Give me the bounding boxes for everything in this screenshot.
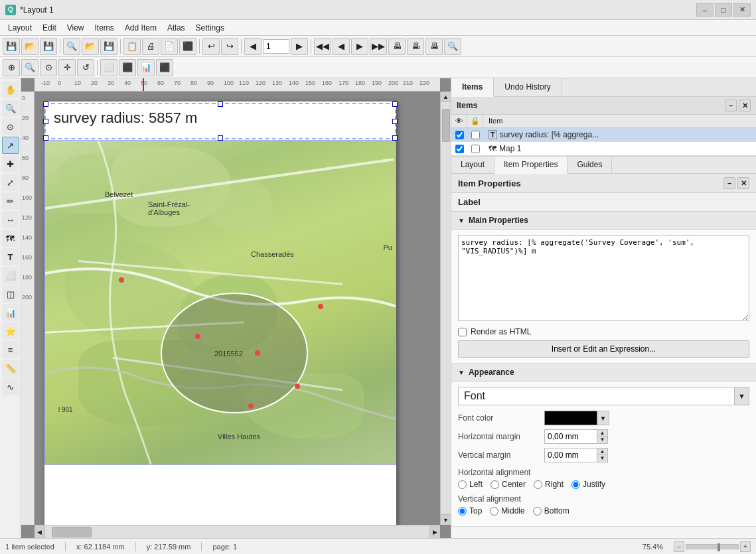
tb-zoom-button[interactable]: 🔍 bbox=[63, 38, 80, 55]
hscroll-left-btn[interactable]: ◀ bbox=[35, 525, 45, 539]
vscroll-up-btn[interactable]: ▲ bbox=[441, 92, 451, 102]
minimize-button[interactable]: – bbox=[696, 3, 714, 17]
tool-node[interactable]: ∿ bbox=[2, 378, 19, 395]
h-align-center[interactable]: Center bbox=[491, 480, 526, 489]
tool-north-arrow[interactable]: ⭐ bbox=[2, 322, 19, 340]
h-margin-down[interactable]: ▼ bbox=[597, 437, 608, 444]
font-dropdown-arrow[interactable]: ▼ bbox=[735, 387, 749, 405]
maximize-button[interactable]: □ bbox=[715, 3, 732, 17]
tb2-zoom-in[interactable]: ⊕ bbox=[3, 59, 20, 76]
h-align-center-radio[interactable] bbox=[491, 480, 499, 489]
sel-handle-bl[interactable] bbox=[43, 135, 48, 141]
tb-print3-button[interactable]: 🖶 bbox=[407, 38, 424, 55]
tool-resize[interactable]: ⤢ bbox=[2, 174, 19, 191]
tool-legend[interactable]: ≡ bbox=[2, 341, 19, 358]
tb-new-button[interactable]: 💾 bbox=[3, 38, 20, 55]
visible-checkbox2[interactable] bbox=[455, 145, 464, 153]
menu-view[interactable]: View bbox=[62, 22, 90, 34]
label-item[interactable]: survey radius: 5857 m bbox=[44, 103, 396, 139]
tb-export-button[interactable]: 📄 bbox=[161, 38, 178, 55]
v-margin-up[interactable]: ▲ bbox=[597, 448, 608, 455]
hscroll-right-btn[interactable]: ▶ bbox=[429, 525, 440, 539]
tb2-chart[interactable]: 📊 bbox=[137, 59, 155, 76]
tb2-select[interactable]: ⬛ bbox=[119, 59, 136, 76]
tab-item-properties[interactable]: Item Properties bbox=[494, 157, 567, 174]
tb-next-button[interactable]: ▶ bbox=[291, 38, 308, 55]
close-button[interactable]: ✕ bbox=[733, 3, 751, 17]
tool-image[interactable]: ◫ bbox=[2, 285, 19, 303]
vscroll-down-btn[interactable]: ▼ bbox=[441, 514, 451, 525]
tb2-refresh[interactable]: ↺ bbox=[77, 59, 94, 76]
vscroll-thumb[interactable] bbox=[442, 109, 450, 142]
tb-nav1-button[interactable]: ◀◀ bbox=[314, 38, 331, 55]
hscroll-thumb[interactable] bbox=[52, 527, 92, 537]
v-align-bottom[interactable]: Bottom bbox=[533, 506, 569, 516]
hscroll-track[interactable] bbox=[45, 525, 429, 538]
v-align-bottom-radio[interactable] bbox=[533, 507, 542, 516]
appearance-header[interactable]: ▼ Appearance bbox=[451, 364, 756, 381]
lock-checkbox[interactable] bbox=[471, 131, 480, 139]
tb-print4-button[interactable]: 🖶 bbox=[425, 38, 443, 55]
font-color-swatch[interactable] bbox=[544, 411, 597, 425]
item-row[interactable]: 🗺 Map 1 bbox=[451, 142, 756, 156]
menu-add-item[interactable]: Add Item bbox=[119, 22, 162, 34]
tb-save-button[interactable]: 💾 bbox=[40, 38, 57, 55]
v-align-top-radio[interactable] bbox=[458, 507, 467, 516]
tool-map[interactable]: 🗺 bbox=[2, 230, 19, 247]
tool-pan[interactable]: ✋ bbox=[2, 81, 19, 98]
insert-expression-button[interactable]: Insert or Edit an Expression... bbox=[458, 340, 749, 358]
canvas-scroll[interactable]: survey radius: 5857 m bbox=[35, 92, 440, 525]
main-properties-header[interactable]: ▼ Main Properties bbox=[451, 212, 756, 230]
menu-edit[interactable]: Edit bbox=[37, 22, 62, 34]
ip-close-btn[interactable]: ✕ bbox=[737, 177, 749, 189]
page-number-input[interactable] bbox=[263, 39, 289, 54]
tool-shape[interactable]: ⬜ bbox=[2, 267, 19, 284]
tb-clipboard-button[interactable]: 📋 bbox=[123, 38, 141, 55]
v-align-middle[interactable]: Middle bbox=[490, 506, 524, 516]
item-label[interactable]: T survey radius: [% aggrega... bbox=[483, 128, 756, 141]
v-margin-down[interactable]: ▼ bbox=[597, 455, 608, 462]
tb-atlas-button[interactable]: 🔍 bbox=[444, 38, 461, 55]
tb2-zoom-out[interactable]: 🔍 bbox=[21, 59, 38, 76]
tool-chart[interactable]: 📊 bbox=[2, 304, 19, 321]
item-label2[interactable]: 🗺 Map 1 bbox=[483, 142, 756, 155]
tab-guides[interactable]: Guides bbox=[567, 157, 612, 173]
visible-checkbox[interactable] bbox=[455, 131, 464, 139]
tb2-misc[interactable]: ⬛ bbox=[156, 59, 173, 76]
tb2-rect[interactable]: ⬜ bbox=[100, 59, 117, 76]
tb-nav4-button[interactable]: ▶▶ bbox=[370, 38, 387, 55]
tb-export2-button[interactable]: ⬛ bbox=[179, 38, 196, 55]
sel-handle-tl[interactable] bbox=[43, 102, 48, 107]
item-visible-check[interactable] bbox=[451, 129, 467, 141]
tb-saveas-button[interactable]: 💾 bbox=[100, 38, 117, 55]
h-margin-input[interactable] bbox=[544, 429, 597, 444]
item-row[interactable]: T survey radius: [% aggrega... bbox=[451, 128, 756, 142]
tool-pan-map[interactable]: ↔ bbox=[2, 211, 19, 228]
menu-items[interactable]: Items bbox=[90, 22, 119, 34]
h-align-left[interactable]: Left bbox=[458, 480, 483, 489]
tool-move-content[interactable]: ✚ bbox=[2, 155, 19, 173]
tb2-zoom-full[interactable]: ✛ bbox=[58, 59, 76, 76]
item-visible-check2[interactable] bbox=[451, 143, 467, 155]
v-scrollbar[interactable]: ▲ ▼ bbox=[440, 92, 451, 525]
tb-redo-button[interactable]: ↪ bbox=[221, 38, 238, 55]
tool-zoom[interactable]: 🔍 bbox=[2, 100, 19, 117]
zoom-thumb[interactable] bbox=[718, 543, 720, 551]
tool-select[interactable]: ↗ bbox=[2, 137, 19, 154]
tab-items[interactable]: Items bbox=[451, 78, 494, 97]
tb2-zoom-page[interactable]: ⊙ bbox=[40, 59, 57, 76]
tool-zoom-page[interactable]: ⊙ bbox=[2, 118, 19, 135]
h-scrollbar[interactable]: ◀ ▶ bbox=[35, 525, 440, 538]
font-color-arrow[interactable]: ▼ bbox=[597, 411, 609, 425]
sel-handle-mr[interactable] bbox=[392, 119, 398, 124]
vscroll-track[interactable] bbox=[441, 102, 451, 514]
tool-scale[interactable]: 📏 bbox=[2, 360, 19, 377]
map-item[interactable]: 2015552 Belvezet Saint-Frézal-d'Albuges … bbox=[44, 140, 396, 465]
tb-nav3-button[interactable]: ▶ bbox=[351, 38, 368, 55]
item-locked-check2[interactable] bbox=[467, 143, 483, 155]
v-align-middle-radio[interactable] bbox=[490, 507, 498, 516]
tb-open-button[interactable]: 📂 bbox=[21, 38, 38, 55]
tab-layout[interactable]: Layout bbox=[451, 157, 494, 173]
tb-nav2-button[interactable]: ◀ bbox=[333, 38, 350, 55]
h-align-right-radio[interactable] bbox=[534, 480, 542, 489]
